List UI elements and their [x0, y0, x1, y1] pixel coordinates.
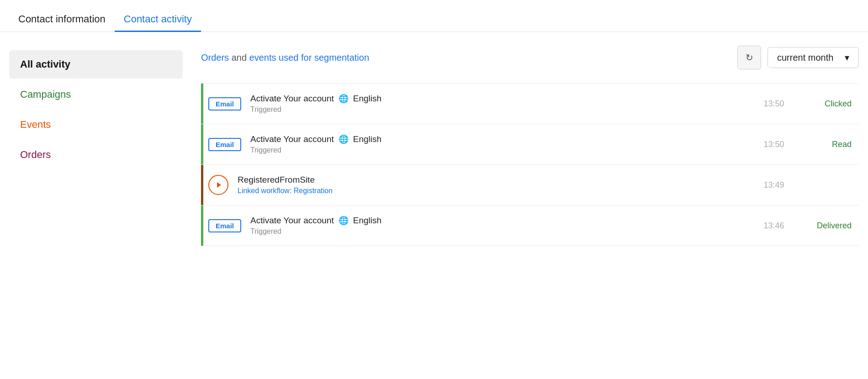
- globe-icon: 🌐: [339, 94, 349, 104]
- activity-info: Activate Your account 🌐 English Triggere…: [250, 94, 746, 114]
- sidebar-item-all-activity[interactable]: All activity: [9, 50, 183, 79]
- email-badge: Email: [208, 138, 241, 151]
- orders-link[interactable]: Orders: [201, 53, 229, 63]
- activity-title: Activate Your account 🌐 English: [250, 134, 746, 144]
- play-icon: [208, 175, 228, 195]
- svg-marker-0: [217, 182, 221, 188]
- activity-time: 13:50: [756, 99, 792, 109]
- toolbar-actions: ↻ current month ▾: [737, 46, 859, 69]
- activity-title: Activate Your account 🌐 English: [250, 94, 746, 104]
- activity-subtitle: Triggered: [250, 146, 746, 154]
- month-dropdown[interactable]: current month ▾: [767, 47, 859, 68]
- email-badge: Email: [208, 97, 241, 111]
- refresh-button[interactable]: ↻: [737, 46, 761, 69]
- activity-time: 13:46: [756, 221, 792, 231]
- left-bar-green: [201, 205, 203, 246]
- events-segmentation-link[interactable]: events used for segmentation: [249, 53, 369, 63]
- activity-time: 13:49: [756, 180, 792, 190]
- toolbar-description: Orders and events used for segmentation: [201, 53, 369, 63]
- tab-contact-information[interactable]: Contact information: [9, 8, 115, 32]
- activity-title: Activate Your account 🌐 English: [250, 216, 746, 226]
- main-layout: All activity Campaigns Events Orders Ord…: [0, 32, 868, 260]
- sidebar-item-campaigns[interactable]: Campaigns: [9, 80, 183, 109]
- content-area: Orders and events used for segmentation …: [183, 46, 859, 246]
- table-row: Email Activate Your account 🌐 English Tr…: [201, 124, 859, 165]
- left-bar-brown: [201, 165, 203, 205]
- sidebar: All activity Campaigns Events Orders: [9, 46, 183, 246]
- email-badge: Email: [208, 219, 241, 232]
- activity-info: Activate Your account 🌐 English Triggere…: [250, 216, 746, 236]
- refresh-icon: ↻: [746, 52, 753, 63]
- activity-info: Activate Your account 🌐 English Triggere…: [250, 134, 746, 154]
- table-row: Email Activate Your account 🌐 English Tr…: [201, 84, 859, 124]
- sidebar-item-orders[interactable]: Orders: [9, 141, 183, 169]
- activity-time: 13:50: [756, 140, 792, 149]
- activity-status: Read: [801, 140, 852, 149]
- tabs-header: Contact information Contact activity: [0, 0, 868, 32]
- toolbar: Orders and events used for segmentation …: [201, 46, 859, 69]
- tab-contact-activity[interactable]: Contact activity: [115, 8, 201, 32]
- table-row: Email Activate Your account 🌐 English Tr…: [201, 205, 859, 246]
- table-row: RegisteredFromSite Linked workflow: Regi…: [201, 165, 859, 205]
- activity-status: Clicked: [801, 99, 852, 109]
- activity-list: Email Activate Your account 🌐 English Tr…: [201, 83, 859, 246]
- left-bar-green: [201, 124, 203, 164]
- chevron-down-icon: ▾: [845, 52, 849, 63]
- activity-subtitle: Triggered: [250, 227, 746, 236]
- activity-subtitle: Triggered: [250, 105, 746, 114]
- left-bar-green: [201, 84, 203, 124]
- month-label: current month: [777, 53, 833, 63]
- globe-icon: 🌐: [339, 216, 349, 226]
- activity-info: RegisteredFromSite Linked workflow: Regi…: [238, 175, 746, 195]
- sidebar-item-events[interactable]: Events: [9, 111, 183, 139]
- globe-icon: 🌐: [339, 134, 349, 144]
- and-text: and: [232, 53, 249, 63]
- activity-status: Delivered: [801, 221, 852, 231]
- activity-subtitle-link[interactable]: Linked workflow: Registration: [238, 187, 746, 195]
- activity-title: RegisteredFromSite: [238, 175, 746, 185]
